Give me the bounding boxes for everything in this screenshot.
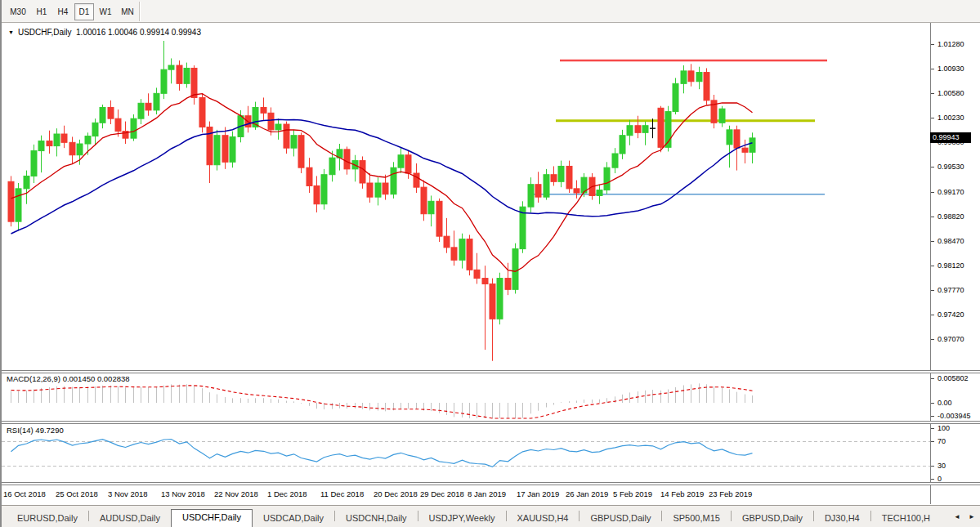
timeframe-button-h1[interactable]: H1 (32, 3, 51, 20)
chart-tab-gbpusd[interactable]: GBPUSD,Daily (579, 511, 661, 527)
price-axis-label-tick (931, 339, 934, 340)
rsi-axis-label-tick (931, 441, 934, 442)
rsi-axis-label-tick (931, 428, 934, 429)
date-axis-label: 5 Feb 2019 (613, 489, 652, 498)
rsi-indicator-label: RSI(14) 49.7290 (7, 426, 64, 435)
rsi-indicator-canvas[interactable] (2, 422, 930, 482)
price-axis-label: 1.01280 (937, 40, 964, 48)
macd-indicator-label: MACD(12,26,9) 0.001450 0.002838 (7, 374, 130, 383)
price-axis-label-tick (931, 118, 934, 118)
timeframe-button-mn[interactable]: MN (117, 3, 138, 20)
rsi-axis-label: 100 (937, 424, 950, 432)
price-axis-label-tick (931, 44, 934, 45)
date-axis-label: 8 Jan 2019 (468, 489, 506, 498)
price-axis-label: 0.99170 (937, 188, 964, 196)
trading-terminal-window: M30H1H4D1W1MN ▼USDCHF,Daily 1.00016 1.00… (0, 0, 980, 527)
rsi-axis-label: 70 (937, 437, 946, 445)
price-axis-label: 1.00580 (937, 89, 964, 97)
current-price-tag: 0.99943 (930, 132, 971, 143)
price-axis-label: 0.97070 (937, 335, 964, 343)
chart-tab-bar: EURUSD,DailyAUDUSD,DailyUSDCHF,DailyUSDC… (2, 505, 980, 527)
chart-tab-tech100[interactable]: TECH100,H (871, 511, 941, 527)
symbol-dropdown-icon[interactable]: ▼ (8, 29, 14, 35)
chart-tab-gbpusd[interactable]: GBPUSD,Daily (732, 511, 813, 527)
panel-separator (2, 482, 980, 485)
chart-tab-dj30[interactable]: DJ30,H4 (814, 511, 870, 527)
date-axis-label: 22 Nov 2018 (214, 489, 258, 498)
date-axis-label: 29 Dec 2018 (420, 489, 464, 498)
price-axis-label: 0.99530 (937, 163, 964, 171)
chart-tab-sp500[interactable]: SP500,M15 (662, 511, 730, 527)
timeframe-toolbar: M30H1H4D1W1MN (2, 0, 980, 23)
macd-axis-label-tick (931, 416, 934, 417)
chart-header: ▼USDCHF,Daily 1.00016 1.00046 0.99914 0.… (8, 28, 201, 37)
chart-tab-usdchf[interactable]: USDCHF,Daily (171, 509, 253, 527)
macd-axis-label: -0.003945 (937, 412, 971, 420)
chart-tab-usdjpy[interactable]: USDJPY,Weekly (418, 511, 506, 527)
price-axis-label-tick (931, 217, 934, 217)
price-axis: 1.012801.009301.005801.002300.998800.995… (930, 23, 980, 504)
chart-tab-usdcnh[interactable]: USDCNH,Daily (335, 511, 418, 527)
date-axis-label: 1 Dec 2018 (267, 489, 307, 498)
price-axis-label: 0.98470 (937, 237, 964, 245)
macd-axis-label-tick (931, 378, 934, 379)
price-axis-label: 1.00230 (937, 114, 964, 122)
chart-tab-eurusd[interactable]: EURUSD,Daily (7, 511, 88, 527)
price-axis-label-tick (931, 315, 934, 315)
price-axis-label-tick (931, 167, 934, 167)
date-axis-label: 23 Feb 2019 (709, 489, 752, 498)
price-axis-label-tick (931, 241, 934, 242)
rsi-axis-label-tick (931, 479, 934, 480)
price-axis-label: 0.98120 (937, 261, 964, 270)
timeframe-button-h4[interactable]: H4 (53, 3, 73, 20)
price-axis-label: 0.98820 (937, 212, 964, 221)
price-axis-label-tick (931, 266, 934, 266)
price-axis-label: 0.97770 (937, 286, 964, 294)
timeframe-button-w1[interactable]: W1 (96, 3, 115, 20)
date-axis-label: 14 Feb 2019 (660, 489, 704, 498)
date-axis-label: 3 Nov 2018 (108, 489, 148, 498)
date-axis: 16 Oct 201825 Oct 20183 Nov 201813 Nov 2… (2, 485, 930, 504)
price-axis-label-tick (931, 290, 934, 291)
price-axis-label: 1.00930 (937, 65, 964, 73)
price-axis-label-tick (931, 93, 934, 94)
macd-axis-label-tick (931, 403, 934, 404)
date-axis-label: 26 Jan 2019 (566, 489, 608, 498)
macd-indicator-canvas[interactable] (2, 373, 930, 421)
chart-ohlc-values: 1.00016 1.00046 0.99914 0.99943 (76, 28, 201, 37)
price-axis-label-tick (931, 192, 934, 193)
date-axis-label: 25 Oct 2018 (56, 489, 98, 498)
date-axis-label: 13 Nov 2018 (161, 489, 205, 498)
macd-axis-label: 0.00 (937, 399, 952, 407)
toolbar-separator (139, 2, 140, 21)
date-axis-label: 11 Dec 2018 (320, 489, 364, 498)
rsi-axis-label-tick (931, 466, 934, 467)
date-axis-label: 17 Jan 2019 (517, 489, 559, 498)
macd-axis-label: 0.005802 (937, 374, 969, 382)
chart-tab-audusd[interactable]: AUDUSD,Daily (89, 511, 171, 527)
chart-symbol-label: USDCHF,Daily (18, 28, 72, 37)
price-axis-label-tick (931, 69, 934, 69)
rsi-axis-label: 0 (937, 475, 942, 483)
panel-separator (2, 421, 980, 424)
chart-tab-usdcad[interactable]: USDCAD,Daily (253, 511, 334, 527)
price-chart-canvas[interactable] (2, 23, 930, 370)
price-axis-label: 0.97420 (937, 310, 964, 319)
chart-tab-xauusd[interactable]: XAUUSD,H4 (507, 511, 579, 527)
date-axis-label: 20 Dec 2018 (374, 489, 418, 498)
timeframe-button-m30[interactable]: M30 (6, 3, 30, 20)
timeframe-button-d1[interactable]: D1 (74, 3, 94, 20)
tab-scroll-arrows[interactable]: ◄ ► (954, 513, 978, 520)
rsi-axis-label: 30 (937, 462, 946, 470)
panel-separator (2, 370, 980, 373)
date-axis-label: 16 Oct 2018 (3, 489, 46, 498)
